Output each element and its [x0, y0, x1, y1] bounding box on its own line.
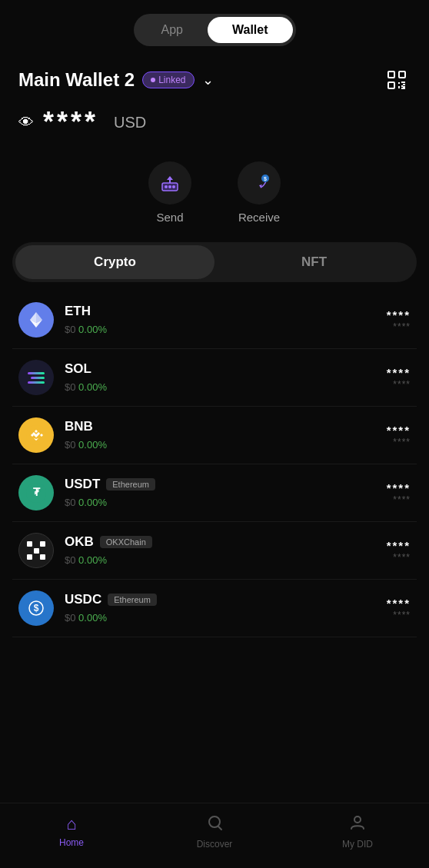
eth-amount: ****	[387, 308, 411, 321]
usdc-info: USDC Ethereum $0 0.00%	[65, 592, 387, 624]
segment-crypto[interactable]: Crypto	[15, 245, 214, 279]
sol-name: SOL	[65, 361, 91, 377]
receive-button[interactable]: $ Receive	[238, 161, 281, 224]
bnb-name-row: BNB	[65, 419, 387, 434]
linked-badge[interactable]: Linked	[142, 72, 194, 88]
receive-label: Receive	[238, 211, 280, 224]
usdt-usd: ****	[387, 494, 411, 505]
eth-value-row: $0 0.00%	[65, 322, 387, 336]
asset-item-usdc[interactable]: $ USDC Ethereum $0 0.00% **** ****	[12, 580, 417, 637]
chevron-down-icon[interactable]: ⌄	[202, 72, 214, 88]
okb-info: OKB OKXChain $0 0.00%	[65, 534, 387, 567]
segment-nft[interactable]: NFT	[214, 245, 414, 279]
sol-stripe-2	[31, 377, 45, 379]
okb-change: 0.00%	[78, 554, 107, 566]
svg-rect-2	[388, 82, 394, 88]
eth-icon	[18, 302, 54, 338]
nav-discover[interactable]: Discover	[143, 814, 286, 850]
usdc-value: $0	[65, 612, 78, 624]
okb-cell	[34, 554, 39, 560]
bnb-usd: ****	[387, 437, 411, 447]
bnb-icon	[18, 417, 54, 453]
okb-cell	[34, 541, 39, 547]
sol-change: 0.00%	[78, 381, 107, 393]
svg-marker-19	[30, 312, 36, 323]
asset-item-sol[interactable]: SOL $0 0.00% **** ****	[12, 349, 417, 407]
usdt-balance: **** ****	[387, 481, 411, 505]
bnb-value: $0	[65, 439, 78, 451]
top-tab-bar: App Wallet	[0, 0, 429, 54]
svg-rect-1	[399, 72, 405, 78]
okb-cell	[27, 554, 32, 560]
sol-info: SOL $0 0.00%	[65, 361, 387, 394]
nav-mydid[interactable]: My DID	[286, 814, 429, 850]
svg-text:$: $	[264, 176, 267, 182]
sol-amount: ****	[387, 366, 411, 379]
usdt-info: USDT Ethereum $0 0.00%	[65, 477, 387, 509]
usdc-balance: **** ****	[387, 597, 411, 620]
nav-discover-label: Discover	[197, 839, 233, 850]
eth-name-row: ETH	[65, 304, 387, 319]
send-label: Send	[156, 211, 183, 224]
usdt-amount: ****	[387, 481, 411, 494]
svg-text:₮: ₮	[33, 486, 41, 498]
svg-point-14	[172, 185, 175, 188]
wallet-title-row: Main Wallet 2 Linked ⌄	[18, 69, 214, 91]
eth-value: $0	[65, 324, 78, 335]
eye-icon[interactable]: 👁	[18, 114, 34, 131]
sol-value: $0	[65, 381, 78, 393]
home-icon: ⌂	[66, 814, 76, 834]
okb-value-row: $0 0.00%	[65, 553, 387, 567]
asset-item-usdt[interactable]: ₮ USDT Ethereum $0 0.00% **** ****	[12, 464, 417, 522]
send-button[interactable]: Send	[148, 161, 191, 224]
asset-item-bnb[interactable]: BNB $0 0.00% **** ****	[12, 407, 417, 464]
wallet-header: Main Wallet 2 Linked ⌄	[0, 54, 429, 100]
mydid-icon	[349, 814, 366, 836]
app-container: App Wallet Main Wallet 2 Linked ⌄	[0, 0, 429, 868]
usdc-value-row: $0 0.00%	[65, 610, 387, 624]
bnb-info: BNB $0 0.00%	[65, 419, 387, 451]
linked-label: Linked	[158, 75, 185, 85]
okb-cell	[40, 554, 45, 560]
action-row: Send $ Receive	[0, 154, 429, 242]
nav-home[interactable]: ⌂ Home	[0, 814, 143, 850]
sol-name-row: SOL	[65, 361, 387, 377]
bnb-value-row: $0 0.00%	[65, 437, 387, 451]
okb-cell	[27, 548, 32, 554]
usdc-change: 0.00%	[78, 612, 107, 624]
usdc-name: USDC	[65, 592, 101, 607]
scan-icon[interactable]	[383, 66, 411, 94]
tab-toggle: App Wallet	[134, 14, 296, 46]
balance-amount: ****	[43, 106, 98, 138]
okb-grid-icon	[27, 541, 45, 560]
svg-rect-0	[388, 72, 394, 78]
svg-point-29	[354, 816, 361, 823]
eth-change: 0.00%	[78, 324, 107, 335]
asset-item-okb[interactable]: OKB OKXChain $0 0.00% **** ****	[12, 522, 417, 580]
usdt-name: USDT	[65, 477, 100, 492]
sol-value-row: $0 0.00%	[65, 380, 387, 394]
asset-item-eth[interactable]: ETH $0 0.00% **** ****	[12, 291, 417, 349]
sol-usd: ****	[387, 379, 411, 390]
okb-cell	[40, 541, 45, 547]
okb-balance: **** ****	[387, 539, 411, 563]
usdc-chain-badge: Ethereum	[108, 594, 157, 606]
svg-point-12	[165, 185, 168, 188]
segment-control: Crypto NFT	[12, 242, 417, 282]
usdt-icon: ₮	[18, 475, 54, 510]
usdt-value: $0	[65, 497, 78, 508]
nav-home-label: Home	[59, 837, 84, 848]
usdc-icon: $	[18, 590, 54, 626]
svg-line-28	[218, 826, 221, 830]
okb-icon	[18, 533, 54, 568]
tab-app[interactable]: App	[137, 17, 208, 43]
tab-wallet[interactable]: Wallet	[208, 17, 293, 43]
sol-stripe-1	[28, 372, 45, 374]
okb-cell	[40, 548, 45, 554]
okb-name-row: OKB OKXChain	[65, 534, 387, 550]
eth-balance: **** ****	[387, 308, 411, 332]
wallet-name: Main Wallet 2	[18, 69, 135, 91]
svg-point-13	[168, 185, 171, 188]
okb-cell	[34, 548, 39, 554]
bottom-nav: ⌂ Home Discover My DID	[0, 803, 429, 868]
